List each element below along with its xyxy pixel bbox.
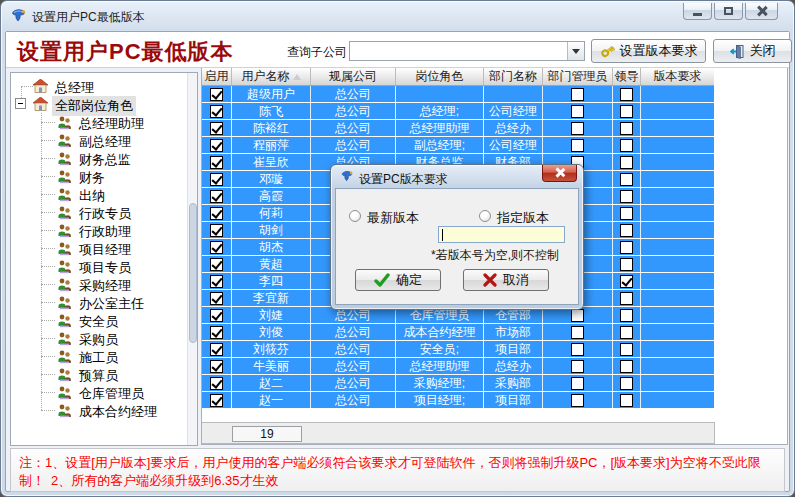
enabled-checkbox[interactable] bbox=[210, 105, 223, 118]
dept-admin-checkbox[interactable] bbox=[571, 122, 584, 135]
column-header[interactable]: 规属公司 bbox=[311, 68, 396, 85]
tree-scrollbar-thumb[interactable] bbox=[189, 203, 197, 343]
enabled-checkbox[interactable] bbox=[210, 241, 223, 254]
enabled-checkbox[interactable] bbox=[210, 326, 223, 339]
enabled-checkbox[interactable] bbox=[210, 343, 223, 356]
subsidiary-combobox[interactable] bbox=[349, 41, 585, 61]
cancel-button[interactable]: 取消 bbox=[463, 269, 549, 291]
column-header[interactable]: 部门管理员 bbox=[543, 68, 613, 85]
dept-admin-checkbox[interactable] bbox=[571, 360, 584, 373]
column-header[interactable]: 用户名称 bbox=[232, 68, 311, 85]
table-cell: 刘俊 bbox=[232, 324, 311, 340]
enabled-checkbox[interactable] bbox=[210, 139, 223, 152]
leader-checkbox[interactable] bbox=[620, 241, 633, 254]
leader-checkbox[interactable] bbox=[620, 224, 633, 237]
table-cell: 刘婕 bbox=[232, 307, 311, 323]
version-number-input[interactable] bbox=[438, 226, 565, 243]
enabled-checkbox[interactable] bbox=[210, 309, 223, 322]
leader-checkbox[interactable] bbox=[620, 309, 633, 322]
enabled-checkbox[interactable] bbox=[210, 377, 223, 390]
table-cell: 项目部 bbox=[484, 341, 543, 357]
enabled-checkbox[interactable] bbox=[210, 292, 223, 305]
column-header[interactable]: 部门名称 bbox=[484, 68, 543, 85]
enabled-checkbox[interactable] bbox=[210, 156, 223, 169]
table-cell bbox=[641, 205, 714, 221]
dept-admin-checkbox[interactable] bbox=[571, 105, 584, 118]
enabled-checkbox[interactable] bbox=[210, 88, 223, 101]
leader-checkbox[interactable] bbox=[620, 343, 633, 356]
table-row[interactable]: 程丽萍总公司副总经理;公司经理 bbox=[202, 137, 714, 154]
table-cell: 总公司 bbox=[311, 86, 396, 102]
leader-checkbox[interactable] bbox=[620, 292, 633, 305]
enabled-checkbox[interactable] bbox=[210, 258, 223, 271]
close-window-button[interactable] bbox=[745, 3, 778, 20]
dept-admin-checkbox[interactable] bbox=[571, 139, 584, 152]
specified-version-radio[interactable] bbox=[479, 210, 491, 222]
enabled-checkbox[interactable] bbox=[210, 173, 223, 186]
table-row[interactable]: 赵一总公司项目经理;项目部 bbox=[202, 392, 714, 409]
leader-checkbox[interactable] bbox=[620, 326, 633, 339]
combobox-dropdown-button[interactable] bbox=[567, 42, 584, 60]
checkbox-cell bbox=[202, 341, 232, 357]
screenshot-root: 设置用户PC最低版本 设置用户PC最低版本 查询子公司 bbox=[0, 0, 795, 497]
enabled-checkbox[interactable] bbox=[210, 394, 223, 407]
enabled-checkbox[interactable] bbox=[210, 224, 223, 237]
leader-checkbox[interactable] bbox=[620, 105, 633, 118]
latest-version-radio[interactable] bbox=[349, 210, 361, 222]
leader-checkbox[interactable] bbox=[620, 360, 633, 373]
tree-scrollbar[interactable] bbox=[187, 73, 197, 445]
sort-ascending-icon bbox=[293, 70, 301, 80]
key-icon bbox=[600, 44, 615, 59]
close-button[interactable]: 关闭 bbox=[713, 39, 792, 63]
table-cell bbox=[641, 307, 714, 323]
table-row[interactable]: 刘筱芬总公司安全员;项目部 bbox=[202, 341, 714, 358]
column-header-label: 版本要求 bbox=[654, 68, 702, 85]
leader-checkbox[interactable] bbox=[620, 173, 633, 186]
tree-connector bbox=[41, 140, 55, 141]
dialog-close-button[interactable] bbox=[542, 165, 577, 182]
dept-admin-checkbox[interactable] bbox=[571, 394, 584, 407]
leader-checkbox[interactable] bbox=[620, 207, 633, 220]
maximize-button[interactable] bbox=[714, 3, 743, 20]
checkbox-cell bbox=[202, 188, 232, 204]
dept-admin-checkbox[interactable] bbox=[571, 88, 584, 101]
checkbox-cell bbox=[613, 307, 641, 323]
ok-button[interactable]: 确定 bbox=[355, 269, 441, 291]
column-header[interactable]: 岗位角色 bbox=[396, 68, 484, 85]
table-cell: 何莉 bbox=[232, 205, 311, 221]
enabled-checkbox[interactable] bbox=[210, 207, 223, 220]
table-row[interactable]: 陈裕红总公司总经理助理总经办 bbox=[202, 120, 714, 137]
leader-checkbox[interactable] bbox=[620, 190, 633, 203]
leader-checkbox[interactable] bbox=[620, 394, 633, 407]
enabled-checkbox[interactable] bbox=[210, 122, 223, 135]
table-row[interactable]: 陈飞总公司总经理;公司经理 bbox=[202, 103, 714, 120]
table-row[interactable]: 刘俊总公司成本合约经理市场部 bbox=[202, 324, 714, 341]
dept-admin-checkbox[interactable] bbox=[571, 309, 584, 322]
dept-admin-checkbox[interactable] bbox=[571, 377, 584, 390]
app-icon bbox=[10, 8, 27, 25]
checkbox-cell bbox=[202, 392, 232, 408]
column-header[interactable]: 版本要求 bbox=[641, 68, 714, 85]
enabled-checkbox[interactable] bbox=[210, 360, 223, 373]
set-version-requirement-button[interactable]: 设置版本要求 bbox=[591, 39, 706, 63]
table-cell: 赵二 bbox=[232, 375, 311, 391]
column-header[interactable]: 启用 bbox=[202, 68, 232, 85]
dept-admin-checkbox[interactable] bbox=[571, 343, 584, 356]
collapse-expander-icon[interactable] bbox=[15, 98, 26, 109]
enabled-checkbox[interactable] bbox=[210, 275, 223, 288]
leader-checkbox[interactable] bbox=[620, 88, 633, 101]
leader-checkbox[interactable] bbox=[620, 258, 633, 271]
leader-checkbox[interactable] bbox=[620, 275, 633, 288]
enabled-checkbox[interactable] bbox=[210, 190, 223, 203]
table-row[interactable]: 牛美丽总公司总经理助理总经办 bbox=[202, 358, 714, 375]
minimize-button[interactable] bbox=[683, 3, 712, 20]
checkbox-cell bbox=[613, 392, 641, 408]
leader-checkbox[interactable] bbox=[620, 122, 633, 135]
leader-checkbox[interactable] bbox=[620, 377, 633, 390]
dept-admin-checkbox[interactable] bbox=[571, 326, 584, 339]
column-header[interactable]: 领导 bbox=[613, 68, 641, 85]
leader-checkbox[interactable] bbox=[620, 139, 633, 152]
table-row[interactable]: 赵二总公司采购经理;采购部 bbox=[202, 375, 714, 392]
table-row[interactable]: 超级用户总公司 bbox=[202, 86, 714, 103]
leader-checkbox[interactable] bbox=[620, 156, 633, 169]
